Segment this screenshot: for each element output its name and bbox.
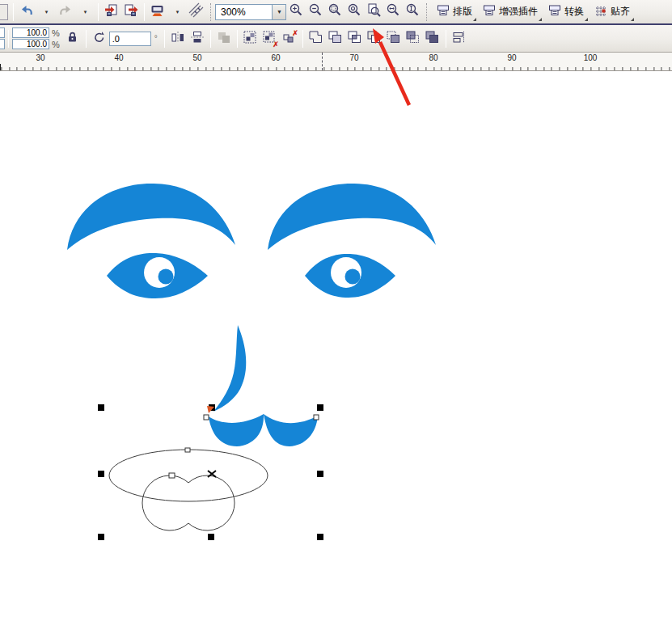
- ruler-minor-ticks: [0, 67, 672, 70]
- weld-button[interactable]: [306, 29, 326, 49]
- import-icon: [104, 3, 120, 21]
- front-minus-back-icon: [385, 29, 402, 48]
- view-mode-button[interactable]: [148, 2, 167, 22]
- separator: [210, 3, 211, 21]
- group-button[interactable]: [241, 29, 260, 49]
- layout-icon: [436, 3, 450, 20]
- separator: [98, 3, 99, 21]
- percent-label: %: [52, 40, 60, 49]
- property-bar: % % ° ✗ ✗: [0, 25, 672, 53]
- layout-menu-label: 排版: [453, 5, 472, 19]
- snap-menu-label: 贴齐: [611, 5, 630, 19]
- redo-dropdown[interactable]: ▼: [75, 2, 95, 22]
- degree-label: °: [154, 34, 158, 43]
- rotate-button[interactable]: [90, 29, 109, 49]
- ruler-label: 50: [192, 53, 201, 62]
- ruler-cursor-position-line: [322, 53, 323, 70]
- rotate-icon: [92, 30, 107, 48]
- zoom-out-icon: [308, 2, 323, 21]
- snap-menu-button[interactable]: 贴齐: [589, 2, 635, 23]
- create-boundary-button[interactable]: [423, 29, 442, 49]
- ruler-label: 70: [349, 53, 358, 62]
- ungroup-all-button[interactable]: ✗: [280, 29, 299, 49]
- undo-dropdown[interactable]: ▼: [36, 2, 56, 22]
- weld-icon: [307, 29, 324, 48]
- lock-ratio-button[interactable]: [63, 29, 82, 49]
- drawing-canvas[interactable]: [0, 71, 672, 617]
- separator: [302, 30, 303, 48]
- red-cross-icon: ✗: [273, 41, 279, 48]
- snap-grid-icon: [594, 3, 608, 20]
- zoom-to-page-button[interactable]: [364, 2, 383, 22]
- disabled-duplicate-icon: [216, 30, 232, 48]
- separator: [426, 3, 427, 21]
- separator: [13, 3, 14, 21]
- chevron-down-icon: ▼: [83, 10, 88, 15]
- zoom-to-all-objects-icon: [347, 2, 362, 21]
- view-mode-dropdown[interactable]: ▼: [167, 2, 187, 22]
- redo-button[interactable]: [56, 2, 75, 22]
- separator: [144, 3, 145, 21]
- clipped-field[interactable]: [0, 39, 5, 49]
- clipped-position-fields: [0, 27, 5, 49]
- convert-menu-button[interactable]: 转换: [543, 2, 589, 23]
- separator: [8, 30, 9, 48]
- dynamic-guides-button[interactable]: [187, 2, 206, 22]
- separator: [446, 30, 446, 48]
- back-minus-front-button[interactable]: [404, 29, 423, 49]
- ruler-label: 60: [271, 53, 280, 62]
- redo-icon: [58, 3, 73, 21]
- zoom-combobox-dropdown[interactable]: ▼: [272, 5, 285, 19]
- clipped-field[interactable]: [0, 27, 5, 38]
- wrap-text-icon: [451, 30, 467, 48]
- plugins-icon: [482, 3, 497, 20]
- chevron-down-icon: ▼: [44, 10, 49, 15]
- export-icon: [123, 3, 139, 21]
- zoom-to-all-objects-button[interactable]: [344, 2, 364, 22]
- red-cross-icon: ✗: [292, 30, 298, 36]
- zoom-in-button[interactable]: [286, 2, 306, 22]
- trim-button[interactable]: [326, 29, 345, 49]
- chevron-down-icon: ▼: [175, 10, 180, 15]
- clipped-toolbar-icon: [0, 4, 8, 20]
- zoom-to-page-width-button[interactable]: [383, 2, 403, 22]
- mirror-vertical-button[interactable]: [188, 29, 207, 49]
- scale-vertical-field[interactable]: [12, 39, 49, 49]
- ungroup-button[interactable]: ✗: [260, 29, 280, 49]
- zoom-to-page-height-button[interactable]: [403, 2, 422, 22]
- zoom-to-selection-icon: [328, 2, 343, 21]
- import-button[interactable]: [102, 2, 121, 22]
- apply-to-duplicate-button-disabled: [214, 29, 234, 49]
- zoom-to-page-icon: [366, 2, 382, 21]
- plugins-menu-label: 增强插件: [499, 5, 538, 19]
- create-boundary-icon: [424, 29, 441, 48]
- wrap-paragraph-text-button[interactable]: [450, 29, 469, 49]
- group-icon: [242, 29, 259, 49]
- ruler-label: 90: [507, 53, 516, 62]
- ruler-label: 80: [429, 53, 437, 62]
- horizontal-ruler[interactable]: 30 40 50 60 70 80 90 100: [0, 53, 672, 71]
- mirror-horizontal-button[interactable]: [168, 29, 188, 49]
- plugins-menu-button[interactable]: 增强插件: [477, 2, 543, 23]
- convert-menu-label: 转换: [564, 5, 584, 19]
- simplify-button[interactable]: [365, 29, 384, 49]
- separator: [164, 30, 165, 48]
- ruler-label: 30: [36, 53, 44, 62]
- display-mode-icon: [150, 3, 166, 21]
- scale-horizontal-field[interactable]: [12, 27, 49, 38]
- layout-menu-button[interactable]: 排版: [431, 2, 477, 23]
- zoom-level-combobox[interactable]: 300% ▼: [215, 4, 286, 20]
- zoom-to-page-width-icon: [386, 2, 401, 21]
- ruler-label: 100: [584, 53, 598, 62]
- front-minus-back-button[interactable]: [384, 29, 404, 49]
- export-button[interactable]: [121, 2, 141, 22]
- zoom-level-value: 300%: [216, 6, 272, 18]
- undo-button[interactable]: [17, 2, 36, 22]
- zoom-out-button[interactable]: [306, 2, 325, 22]
- mirror-vertical-icon: [189, 30, 205, 48]
- undo-icon: [19, 3, 34, 21]
- intersect-button[interactable]: [345, 29, 365, 49]
- rotation-angle-field[interactable]: [109, 32, 151, 46]
- trim-icon: [327, 29, 344, 48]
- zoom-to-selection-button[interactable]: [325, 2, 344, 22]
